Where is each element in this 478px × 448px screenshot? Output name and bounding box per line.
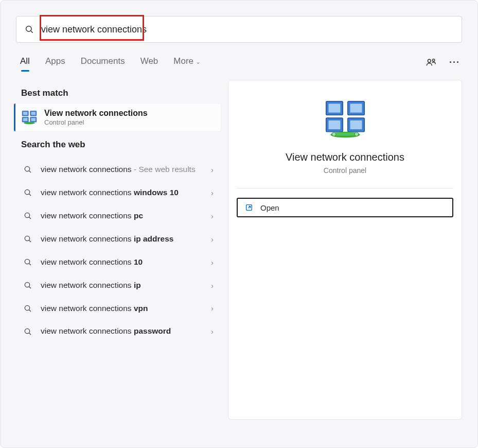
web-suggestion-text: view network connections ip address <box>36 234 208 245</box>
tab-all[interactable]: All <box>20 54 30 71</box>
open-external-icon <box>245 203 253 212</box>
searchbar[interactable] <box>16 16 462 43</box>
svg-point-25 <box>25 305 29 310</box>
svg-point-3 <box>432 59 434 61</box>
svg-point-19 <box>25 236 29 241</box>
svg-point-17 <box>25 213 29 218</box>
search-window: All Apps Documents Web More⌄ ··· Best ma… <box>0 0 478 448</box>
svg-rect-11 <box>31 118 36 121</box>
best-match-title: View network connections <box>44 109 148 118</box>
web-suggestion-bold: windows 10 <box>134 188 179 197</box>
section-search-web: Search the web <box>16 131 221 155</box>
web-suggestion[interactable]: view network connections pc› <box>16 204 221 228</box>
svg-line-28 <box>29 333 31 335</box>
svg-point-13 <box>25 167 29 171</box>
svg-line-1 <box>31 31 33 33</box>
tab-apps[interactable]: Apps <box>45 54 65 71</box>
more-options-icon[interactable]: ··· <box>449 57 460 68</box>
web-suggestion-prefix: view network connections <box>41 188 134 197</box>
tab-more[interactable]: More⌄ <box>173 54 201 71</box>
filter-tabs: All Apps Documents Web More⌄ <box>20 54 426 71</box>
svg-line-16 <box>29 194 31 196</box>
web-suggestion[interactable]: view network connections ip address› <box>16 228 221 251</box>
search-icon <box>20 165 36 174</box>
web-suggestion-bold: ip address <box>134 234 174 243</box>
web-suggestion-prefix: view network connections <box>41 165 132 174</box>
section-best-match: Best match <box>16 80 221 104</box>
svg-line-18 <box>29 217 31 219</box>
network-connections-icon <box>21 109 38 126</box>
web-suggestion-bold: password <box>134 326 171 335</box>
web-suggestion[interactable]: view network connections password› <box>16 320 221 343</box>
web-suggestion[interactable]: view network connections windows 10› <box>16 181 221 204</box>
results-list: Best match View <box>16 80 221 420</box>
svg-point-27 <box>25 329 29 333</box>
filter-tabs-row: All Apps Documents Web More⌄ ··· <box>1 43 477 75</box>
search-icon <box>20 328 36 336</box>
chevron-right-icon: › <box>208 327 217 336</box>
web-suggestion-bold: 10 <box>134 257 143 266</box>
web-suggestion-text: view network connections - See web resul… <box>36 164 208 175</box>
web-suggestions: view network connections - See web resul… <box>16 158 221 343</box>
web-suggestion-text: view network connections vpn <box>36 303 208 314</box>
web-suggestion[interactable]: view network connections 10› <box>16 251 221 274</box>
search-icon <box>20 281 36 289</box>
web-suggestion-text: view network connections windows 10 <box>36 187 208 198</box>
chevron-right-icon: › <box>208 304 217 313</box>
web-suggestion-dim: - See web results <box>132 165 196 174</box>
search-icon <box>20 235 36 243</box>
search-icon <box>20 258 36 266</box>
web-suggestion[interactable]: view network connections vpn› <box>16 297 221 320</box>
people-icon[interactable] <box>426 57 437 68</box>
svg-rect-36 <box>350 120 362 129</box>
search-icon <box>20 212 36 220</box>
svg-point-39 <box>332 132 336 136</box>
svg-rect-32 <box>350 104 362 112</box>
svg-point-0 <box>26 26 32 32</box>
web-suggestion-bold: vpn <box>134 304 148 313</box>
chevron-right-icon: › <box>208 281 217 290</box>
web-suggestion-prefix: view network connections <box>41 234 134 243</box>
svg-rect-34 <box>328 120 340 129</box>
open-button-label: Open <box>260 203 279 212</box>
search-icon <box>20 188 36 197</box>
tab-documents[interactable]: Documents <box>81 54 125 71</box>
web-suggestion[interactable]: view network connections ip› <box>16 274 221 297</box>
svg-point-23 <box>25 282 29 287</box>
search-icon <box>24 24 35 35</box>
web-suggestion-text: view network connections pc <box>36 211 208 221</box>
web-suggestion-prefix: view network connections <box>41 304 134 313</box>
svg-line-24 <box>29 287 31 288</box>
web-suggestion-prefix: view network connections <box>41 326 134 335</box>
web-suggestion-prefix: view network connections <box>41 211 134 220</box>
preview-panel: View network connections Control panel O… <box>228 80 462 420</box>
web-suggestion-prefix: view network connections <box>41 257 134 266</box>
preview-title: View network connections <box>237 151 453 163</box>
search-icon <box>20 304 36 313</box>
search-input[interactable] <box>41 24 454 35</box>
results-area: Best match View <box>1 75 477 420</box>
divider <box>237 188 453 188</box>
chevron-right-icon: › <box>208 165 217 174</box>
web-suggestion-text: view network connections 10 <box>36 257 208 268</box>
web-suggestion-text: view network connections password <box>36 326 208 337</box>
svg-line-14 <box>29 171 31 173</box>
web-suggestion[interactable]: view network connections - See web resul… <box>16 158 221 181</box>
preview-subtitle: Control panel <box>237 166 453 175</box>
svg-rect-5 <box>23 112 27 115</box>
chevron-down-icon: ⌄ <box>196 58 201 65</box>
web-suggestion-text: view network connections ip <box>36 280 208 291</box>
open-button[interactable]: Open <box>237 198 453 217</box>
best-match-item[interactable]: View network connections Control panel <box>14 104 221 131</box>
svg-rect-30 <box>328 104 340 112</box>
svg-line-22 <box>29 264 31 265</box>
chevron-right-icon: › <box>208 235 217 244</box>
svg-rect-38 <box>333 133 358 136</box>
chevron-right-icon: › <box>208 258 217 267</box>
svg-line-26 <box>29 310 31 312</box>
searchbar-container <box>1 1 477 43</box>
svg-point-21 <box>25 259 29 264</box>
tab-web[interactable]: Web <box>140 54 158 71</box>
web-suggestion-bold: ip <box>134 281 141 289</box>
web-suggestion-prefix: view network connections <box>41 281 134 289</box>
